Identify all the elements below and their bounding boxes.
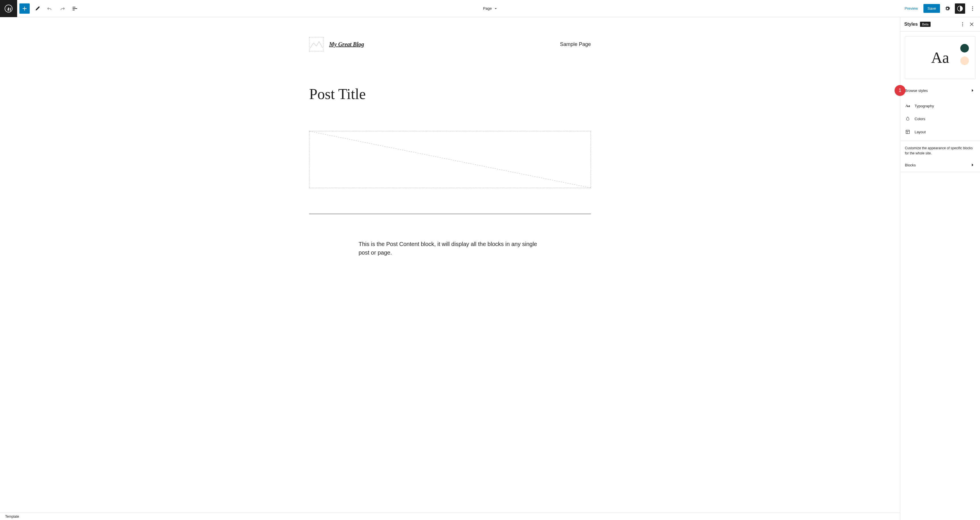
blocks-description: Customize the appearance of specific blo… bbox=[900, 141, 980, 158]
preview-button[interactable]: Preview bbox=[901, 5, 921, 12]
colors-row[interactable]: Colors bbox=[900, 112, 980, 125]
styles-more-button[interactable] bbox=[958, 20, 967, 29]
layout-label: Layout bbox=[915, 130, 926, 134]
typography-label: Typography bbox=[915, 104, 934, 108]
breadcrumb-item[interactable]: Template bbox=[5, 515, 19, 518]
block-inserter-button[interactable] bbox=[19, 3, 30, 14]
swatch-primary bbox=[960, 44, 969, 52]
color-swatches bbox=[960, 44, 969, 65]
chevron-right-icon bbox=[970, 88, 975, 94]
nav-item[interactable]: Sample Page bbox=[560, 41, 591, 48]
editor-canvas[interactable]: My Great Blog Sample Page Post Title Thi… bbox=[0, 17, 900, 512]
styles-sidebar: Styles Beta Aa bbox=[900, 17, 980, 520]
post-title-block[interactable]: Post Title bbox=[309, 86, 591, 103]
more-vertical-icon bbox=[969, 5, 976, 12]
style-preview-sample: Aa bbox=[931, 49, 949, 67]
svg-rect-9 bbox=[906, 130, 909, 133]
annotation-badge-1: 1 bbox=[894, 85, 905, 96]
featured-image-placeholder[interactable] bbox=[309, 131, 591, 188]
chevron-right-icon bbox=[970, 162, 975, 168]
separator-block[interactable] bbox=[309, 214, 591, 214]
editor-footer-breadcrumb: Template bbox=[0, 512, 900, 520]
more-vertical-icon bbox=[959, 21, 966, 27]
editor-toolbar: Page Preview Save bbox=[0, 0, 980, 17]
close-icon bbox=[969, 21, 975, 27]
beta-badge: Beta bbox=[920, 22, 931, 27]
drop-icon bbox=[905, 116, 911, 121]
tools-button[interactable] bbox=[32, 3, 42, 14]
save-button[interactable]: Save bbox=[923, 4, 940, 13]
placeholder-diagonal-icon bbox=[309, 131, 590, 188]
site-logo-placeholder[interactable] bbox=[309, 37, 323, 51]
swatch-secondary bbox=[960, 57, 969, 65]
list-view-button[interactable] bbox=[70, 3, 80, 14]
layout-icon bbox=[905, 129, 911, 135]
svg-point-7 bbox=[962, 24, 963, 25]
pencil-icon bbox=[34, 5, 41, 12]
svg-line-5 bbox=[309, 131, 590, 188]
redo-button bbox=[57, 3, 67, 14]
redo-icon bbox=[59, 5, 66, 12]
wordpress-logo-button[interactable] bbox=[0, 0, 17, 17]
list-view-icon bbox=[72, 5, 78, 12]
undo-icon bbox=[46, 5, 53, 12]
placeholder-icon bbox=[309, 37, 323, 51]
style-preview-card[interactable]: Aa bbox=[905, 36, 975, 79]
undo-button bbox=[45, 3, 55, 14]
blocks-label: Blocks bbox=[905, 163, 916, 167]
typography-icon: Aa bbox=[905, 104, 911, 108]
svg-point-4 bbox=[972, 10, 973, 11]
site-title-block[interactable]: My Great Blog bbox=[329, 41, 364, 48]
sidebar-title: Styles bbox=[904, 22, 918, 27]
svg-point-3 bbox=[972, 8, 973, 9]
settings-button[interactable] bbox=[942, 3, 953, 14]
colors-label: Colors bbox=[915, 117, 926, 121]
chevron-down-icon bbox=[493, 6, 498, 11]
styles-icon bbox=[956, 5, 963, 12]
post-content-block[interactable]: This is the Post Content block, it will … bbox=[359, 240, 541, 257]
document-type-label: Page bbox=[483, 6, 492, 11]
svg-point-2 bbox=[972, 6, 973, 7]
svg-point-6 bbox=[962, 22, 963, 23]
gear-icon bbox=[944, 5, 951, 12]
svg-point-8 bbox=[962, 25, 963, 26]
more-options-button[interactable] bbox=[967, 3, 978, 14]
browse-styles-label: Browse styles bbox=[905, 89, 928, 93]
wordpress-icon bbox=[5, 5, 13, 13]
document-switcher[interactable]: Page bbox=[82, 6, 899, 11]
plus-icon bbox=[21, 5, 28, 12]
site-header-block[interactable]: My Great Blog Sample Page bbox=[309, 37, 591, 51]
browse-styles-row[interactable]: 1 Browse styles bbox=[900, 84, 980, 97]
layout-row[interactable]: Layout bbox=[900, 125, 980, 138]
typography-row[interactable]: Aa Typography bbox=[900, 100, 980, 112]
styles-button[interactable] bbox=[955, 3, 965, 14]
close-sidebar-button[interactable] bbox=[967, 20, 976, 29]
blocks-row[interactable]: Blocks bbox=[900, 158, 980, 172]
